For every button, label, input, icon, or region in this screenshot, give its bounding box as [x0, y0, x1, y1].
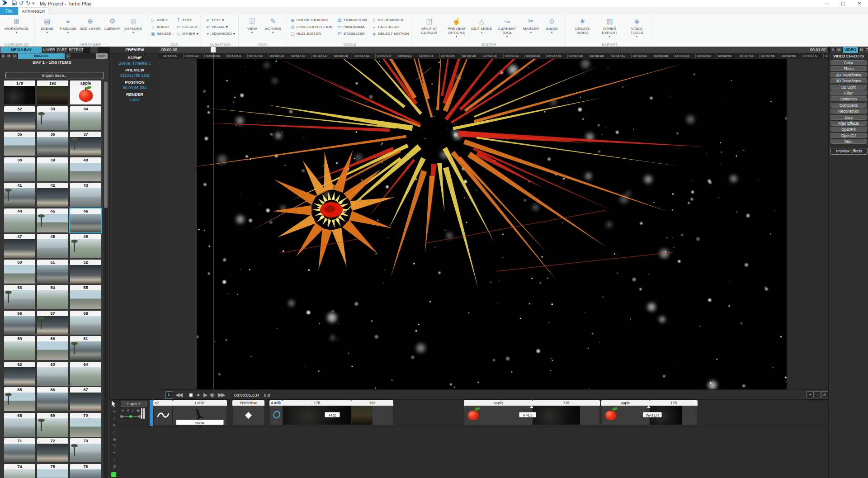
effect-category-openfx[interactable]: OpenFX — [830, 127, 867, 132]
effect-category-distortion[interactable]: Distortion — [830, 96, 867, 101]
undo-icon[interactable]: ↺ — [19, 0, 24, 6]
media-item-54[interactable]: 54 — [37, 285, 68, 309]
media-item-65[interactable]: 65 — [4, 387, 35, 411]
media-item-32[interactable]: 32 — [4, 106, 35, 130]
media-item-38[interactable]: 38 — [4, 157, 35, 181]
ribbon-video-tools-button[interactable]: ◈VIDEO TOOLS▾ — [623, 15, 651, 39]
effect-category-misc[interactable]: Misc — [830, 139, 867, 144]
track-header-layer-1[interactable]: Layer 1 — [121, 401, 147, 407]
media-bay-scrollbar[interactable] — [104, 80, 108, 478]
media-item-59[interactable]: 59 — [4, 336, 35, 360]
ribbon-preview-options-button[interactable]: ☝PREVIEW OPTIONS▾ — [443, 15, 470, 39]
note-icon[interactable]: ♪ — [111, 457, 118, 462]
media-item-47[interactable]: 47 — [4, 234, 35, 258]
effect-category-after-effects[interactable]: After Effects — [830, 121, 867, 126]
media-item-50[interactable]: 50 — [4, 260, 35, 284]
media-item-44[interactable]: 44 — [4, 208, 35, 232]
media-item-70[interactable]: 70 — [70, 413, 101, 437]
media-item-39[interactable]: 39 — [37, 157, 68, 181]
media-item-41[interactable]: 41 — [4, 183, 35, 207]
ribbon-panorama-button[interactable]: ▭PANORAMA — [337, 24, 367, 29]
box-icon[interactable]: ☐ — [111, 444, 118, 448]
select-icon[interactable]: ▢ — [111, 430, 118, 435]
media-item-76[interactable]: 76 — [70, 464, 101, 478]
minimize-button[interactable]: — — [819, 0, 835, 7]
media-item-71[interactable]: 71 — [4, 438, 35, 462]
filter-button-a[interactable]: A — [1, 53, 5, 59]
zoom-in-button[interactable]: + — [807, 391, 814, 398]
scrollbar-thumb[interactable] — [104, 81, 108, 208]
media-item-75[interactable]: 75 — [37, 464, 68, 478]
effect-category-2d-transforms[interactable]: 2D Transforms — [830, 72, 867, 77]
media-item-64[interactable]: 64 — [70, 362, 101, 386]
ribbon-hlsl-editor-button[interactable]: ▢HLSL EDITOR — [290, 31, 333, 36]
media-item-178[interactable]: 178 — [4, 80, 35, 104]
maximize-button[interactable]: ▢ — [835, 0, 851, 7]
track-opacity-slider[interactable] — [121, 416, 140, 417]
play-button[interactable]: ▶ — [203, 391, 207, 399]
ribbon-color-grading-button[interactable]: ◉COLOR GRADING — [290, 17, 333, 23]
stop-button[interactable]: ■ — [189, 391, 192, 399]
visibility-icon[interactable]: ◉ — [137, 408, 140, 412]
media-bay-tab-effect[interactable]: EFFECT — [69, 47, 83, 53]
ribbon-visual-button[interactable]: ∗VISUAL ▾ — [205, 24, 235, 29]
timeline-clip-s2-0[interactable]: s2 — [153, 400, 173, 425]
ribbon-edit-mode-button[interactable]: △EDIT MODE▾ — [470, 15, 493, 35]
effect-category-3d-light[interactable]: 3D Light — [830, 85, 867, 90]
effects-tab-video[interactable]: VIDEO — [843, 47, 858, 53]
media-item-42[interactable]: 42 — [37, 183, 68, 207]
media-item-55[interactable]: 55 — [70, 285, 101, 309]
zoom-out-button[interactable]: − — [814, 391, 821, 398]
media-item-74[interactable]: 74 — [4, 464, 35, 478]
ribbon-lens-correction-button[interactable]: ◎LENS CORRECTION — [290, 24, 333, 29]
slider-handle[interactable] — [129, 415, 132, 418]
cursor-tool-icon[interactable] — [111, 401, 117, 407]
media-bay-tab-part[interactable]: PART — [56, 47, 68, 53]
ribbon-other-export-button[interactable]: ▥OTHER EXPORT▾ — [596, 15, 623, 39]
media-item-63[interactable]: 63 — [37, 362, 68, 386]
mute-icon[interactable]: ⊘ — [111, 464, 118, 469]
fast-forward-button[interactable]: ▶▶ — [218, 391, 224, 399]
effects-tab-m[interactable]: M — [836, 47, 842, 53]
cut-icon[interactable]: ✂ — [111, 450, 118, 455]
effect-category-composite[interactable]: Composite — [830, 103, 867, 108]
ribbon-other-button[interactable]: ◇OTHER ▾ — [176, 31, 198, 36]
media-item-52[interactable]: 52 — [70, 260, 101, 284]
ribbon-text-button[interactable]: TTEXT — [176, 17, 198, 23]
media-item-36[interactable]: 36 — [37, 132, 68, 156]
ribbon-delect-motion-button[interactable]: ◈DELECT MOTION — [372, 31, 409, 36]
arranger-menu-tab[interactable]: ARRANGER — [19, 7, 48, 15]
effect-category-filter[interactable]: Filter — [830, 90, 867, 95]
ribbon-actions-button[interactable]: ✎ACTIONS▾ — [263, 15, 283, 35]
fx-icon[interactable]: ƒ — [132, 408, 133, 412]
media-item-192[interactable]: 192 — [37, 80, 68, 104]
media-bay-tab-media-bay[interactable]: MEDIA BAY — [0, 47, 42, 53]
effect-category-3d-transforms[interactable]: 3D Transforms — [830, 78, 867, 83]
timeline-clip-apple-8[interactable]: apple — [601, 400, 650, 425]
o-button[interactable]: O — [66, 53, 71, 59]
ribbon-text-button[interactable]: ∗TEXT ▾ — [205, 17, 235, 23]
effects-tab-t[interactable]: T — [864, 47, 868, 53]
keyframe-icon[interactable]: K — [111, 423, 118, 428]
ribbon-scene-button[interactable]: ▤SCENE▾ — [37, 15, 57, 35]
ribbon-stabilizer-button[interactable]: ⊟STABILIZER — [337, 31, 367, 36]
media-item-40[interactable]: 40 — [70, 157, 101, 181]
ribbon-face-blur-button[interactable]: ◒FACE BLUR — [372, 24, 409, 29]
ribbon-add-layer-button[interactable]: ⊕ADD LAYER — [78, 15, 102, 31]
media-item-60[interactable]: 60 — [37, 336, 68, 360]
loop-button[interactable]: L — [165, 391, 173, 399]
timeline-clip-priminitive-2[interactable]: Priminitive — [232, 400, 264, 425]
ribbon-video-button[interactable]: ▷VIDEO — [151, 17, 171, 23]
ribbon-images-button[interactable]: ▣IMAGES — [151, 31, 171, 36]
playhead-line[interactable] — [213, 52, 213, 389]
media-item-37[interactable]: 37 — [70, 132, 101, 156]
quick-access-caret-icon[interactable]: ▾ — [32, 0, 35, 6]
ribbon-explore-button[interactable]: ◎EXPLORE▾ — [123, 15, 144, 35]
media-item-43[interactable]: 43 — [70, 183, 101, 207]
media-item-51[interactable]: 51 — [37, 260, 68, 284]
effect-category-reconstruct[interactable]: Reconstruct — [830, 109, 867, 114]
media-item-72[interactable]: 72 — [37, 438, 68, 462]
grid-icon[interactable]: ⊞ — [111, 437, 118, 441]
ribbon-marker-button[interactable]: ✂MARKER▾ — [521, 15, 542, 35]
ribbon-audio-button[interactable]: ⊙AUDIO▾ — [542, 15, 562, 35]
